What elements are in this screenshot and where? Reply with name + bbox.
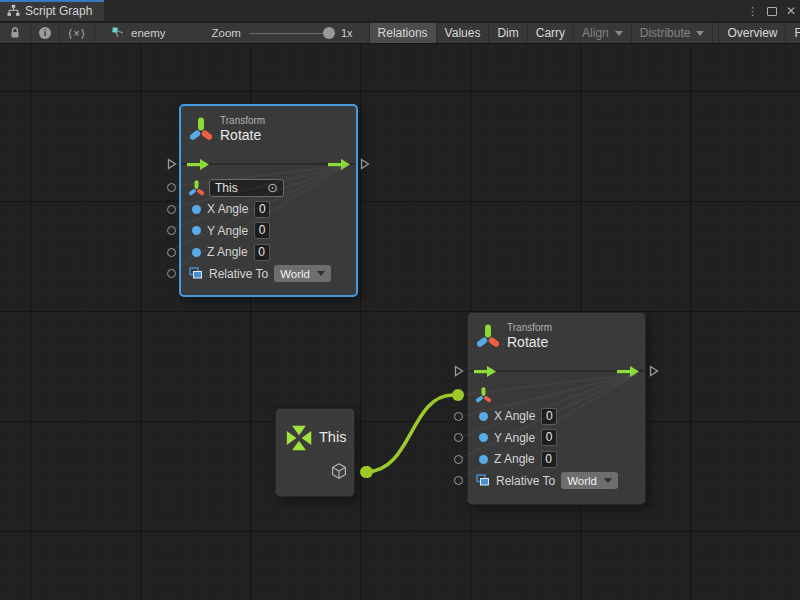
flow-in-arrow-icon [187, 159, 210, 170]
flow-output-port[interactable] [649, 365, 659, 377]
x-angle-value-field[interactable]: 0 [254, 201, 270, 218]
tab-bar: Script Graph ⋮ ✕ [0, 0, 800, 22]
x-angle-value-field[interactable]: 0 [541, 408, 557, 425]
lock-icon [8, 26, 22, 40]
graph-reference[interactable]: enemy [95, 23, 176, 43]
relative-to-input-port[interactable] [167, 269, 176, 278]
node-title: Rotate [507, 334, 552, 350]
zoom-slider[interactable] [249, 23, 333, 44]
relative-to-dropdown[interactable]: World [274, 265, 331, 282]
node-title: Rotate [220, 127, 265, 143]
y-angle-input-port[interactable] [167, 226, 176, 235]
dim-toggle[interactable]: Dim [489, 23, 527, 43]
y-angle-value-field[interactable]: 0 [254, 222, 270, 239]
dropdown-caret-icon [696, 31, 704, 36]
transform-icon [477, 324, 499, 348]
relative-to-row: Relative To World [468, 470, 645, 492]
y-angle-value-field[interactable]: 0 [541, 429, 557, 446]
flow-out-arrow-icon [328, 159, 351, 170]
kebab-menu-icon[interactable]: ⋮ [747, 0, 758, 22]
enum-icon [189, 267, 203, 280]
carry-toggle[interactable]: Carry [528, 23, 574, 43]
graph-toolbar: i ⟨×⟩ enemy Zoom 1x Relations Values [0, 23, 800, 44]
y-angle-row: Y Angle 0 [181, 220, 356, 242]
object-picker-icon[interactable]: ⊙ [267, 181, 278, 194]
align-dropdown[interactable]: Align [574, 23, 632, 43]
node-header: Transform Rotate [468, 313, 645, 358]
flow-out-arrow-icon [617, 366, 640, 377]
node-header: Transform Rotate [181, 106, 356, 151]
this-node-label: This [319, 429, 346, 445]
node-category: Transform [507, 322, 552, 333]
z-angle-value-field[interactable]: 0 [541, 451, 557, 468]
connection-wire[interactable] [366, 395, 453, 472]
value-port-icon [479, 433, 488, 442]
flow-in-arrow-icon [474, 366, 497, 377]
value-port-icon [192, 205, 201, 214]
info-icon: i [39, 27, 51, 39]
x-angle-row: X Angle 0 [181, 199, 356, 221]
this-node[interactable]: This [275, 408, 355, 497]
transform-mini-icon [189, 180, 204, 196]
dropdown-caret-icon [615, 31, 623, 36]
target-field-value: This [215, 181, 267, 195]
relative-to-row: Relative To World [181, 263, 356, 285]
target-row: This ⊙ [181, 177, 356, 199]
zoom-slider-track[interactable] [249, 33, 333, 35]
target-row [468, 384, 645, 406]
value-port-icon [192, 248, 201, 257]
flow-input-port[interactable] [454, 365, 464, 377]
distribute-dropdown[interactable]: Distribute [632, 23, 714, 43]
control-flow-row [181, 151, 356, 177]
zoom-value: 1x [341, 27, 359, 39]
relative-to-input-port[interactable] [454, 476, 463, 485]
dropdown-caret-icon [317, 271, 325, 276]
overview-button[interactable]: Overview [718, 23, 786, 43]
relations-toggle[interactable]: Relations [369, 23, 437, 43]
this-self-icon [282, 421, 316, 455]
z-angle-row: Z Angle 0 [181, 242, 356, 264]
dropdown-caret-icon [604, 478, 612, 483]
value-port-icon [479, 412, 488, 421]
transform-icon [190, 117, 212, 141]
close-icon[interactable]: ✕ [786, 0, 796, 22]
target-object-field[interactable]: This ⊙ [209, 179, 284, 197]
zoom-control: Zoom 1x [176, 23, 369, 43]
value-port-icon [192, 226, 201, 235]
this-output-port[interactable] [361, 466, 373, 478]
code-preview-button[interactable]: ⟨×⟩ [60, 23, 95, 43]
target-input-port[interactable] [167, 183, 176, 192]
relative-to-dropdown[interactable]: World [561, 472, 618, 489]
flow-output-port[interactable] [360, 158, 370, 170]
z-angle-input-port[interactable] [454, 455, 463, 464]
inspect-button[interactable]: i [31, 23, 60, 43]
enum-icon [476, 474, 490, 487]
maximize-icon[interactable] [767, 7, 777, 16]
code-icon: ⟨×⟩ [68, 27, 86, 40]
zoom-slider-handle[interactable] [323, 27, 335, 39]
target-input-port-connected[interactable] [452, 389, 464, 401]
transform-mini-icon [476, 387, 491, 403]
value-port-icon [479, 455, 488, 464]
x-angle-input-port[interactable] [167, 205, 176, 214]
flow-input-port[interactable] [167, 158, 177, 170]
script-graph-window: Script Graph ⋮ ✕ i ⟨×⟩ enemy [0, 0, 800, 600]
x-angle-input-port[interactable] [454, 412, 463, 421]
lock-button[interactable] [0, 23, 31, 43]
graph-reference-label: enemy [131, 27, 166, 39]
tab-script-graph[interactable]: Script Graph [0, 0, 104, 21]
rotate-node-2[interactable]: Transform Rotate [467, 312, 646, 505]
control-flow-row [468, 358, 645, 384]
y-angle-input-port[interactable] [454, 433, 463, 442]
y-angle-row: Y Angle 0 [468, 427, 645, 449]
z-angle-value-field[interactable]: 0 [254, 244, 270, 261]
graph-pointer-icon [111, 26, 126, 40]
graph-canvas[interactable]: Transform Rotate [0, 44, 800, 600]
z-angle-input-port[interactable] [167, 248, 176, 257]
zoom-label: Zoom [212, 27, 241, 39]
values-toggle[interactable]: Values [437, 23, 490, 43]
fullscreen-button[interactable]: Full Screen [786, 23, 800, 43]
z-angle-row: Z Angle 0 [468, 449, 645, 471]
rotate-node-1[interactable]: Transform Rotate [179, 104, 358, 297]
gameobject-cube-icon [330, 462, 348, 480]
